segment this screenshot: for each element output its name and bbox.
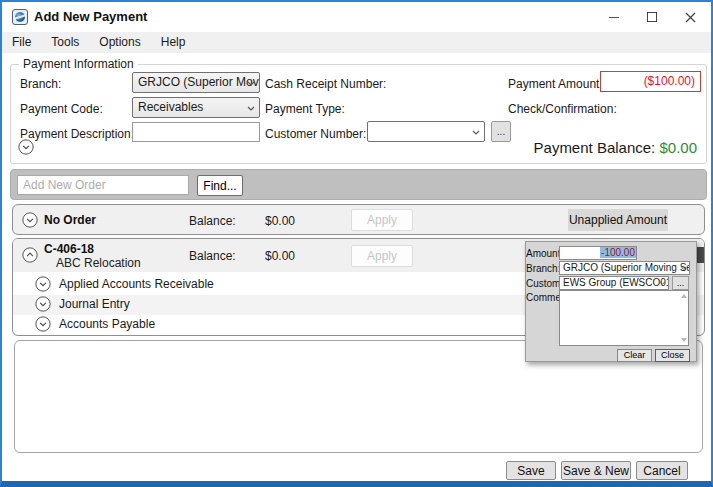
- add-new-order-input[interactable]: [17, 175, 189, 195]
- payment-code-value: Receivables: [138, 100, 203, 114]
- branch-label: Branch:: [526, 263, 558, 274]
- payment-balance: Payment Balance: $0.00: [534, 139, 697, 156]
- maximize-button[interactable]: [633, 2, 671, 32]
- add-new-payment-window: Add New Payment File Tools Options Help …: [0, 0, 713, 487]
- unapplied-amount-button[interactable]: Unapplied Amount: [568, 209, 668, 231]
- no-order-row: No Order Balance: $0.00 Apply Unapplied …: [12, 204, 705, 235]
- section-chevron-down-icon[interactable]: [35, 316, 51, 332]
- amount-selected-value: -100.00: [600, 247, 636, 258]
- branch-combobox[interactable]: GRJCO (Superior Movir: [132, 72, 260, 93]
- order-title: No Order: [44, 213, 96, 227]
- save-button[interactable]: Save: [506, 461, 556, 480]
- close-button[interactable]: [671, 2, 709, 32]
- payment-amount-label: Payment Amount:: [508, 77, 603, 91]
- payment-description-input[interactable]: [132, 122, 260, 142]
- row-expander-chevron-down-icon[interactable]: [22, 212, 38, 228]
- chevron-down-icon: [247, 81, 255, 86]
- section-chevron-down-icon[interactable]: [35, 276, 51, 292]
- customer-value: EWS Group (EWSCO010): [563, 277, 669, 288]
- amount-label: Amount:: [526, 248, 558, 259]
- branch-combobox[interactable]: GRJCO (Superior Moving Services of CO): [559, 261, 690, 275]
- branch-value: GRJCO (Superior Moving Services of CO): [563, 262, 690, 273]
- customer-lookup-button[interactable]: ...: [491, 121, 511, 142]
- chevron-down-icon: [680, 266, 687, 270]
- close-icon: [685, 12, 696, 23]
- scroll-down-icon[interactable]: [681, 338, 687, 342]
- window-controls: [595, 2, 709, 32]
- row-collapse-chevron-up-icon[interactable]: [22, 247, 38, 263]
- menu-options[interactable]: Options: [89, 32, 150, 53]
- balance-value: $0.00: [265, 214, 295, 228]
- amount-entry-popup: Amount: -100.00 Branch: GRJCO (Superior …: [525, 241, 697, 362]
- cancel-button[interactable]: Cancel: [636, 461, 688, 480]
- menu-help[interactable]: Help: [151, 32, 196, 53]
- apply-button[interactable]: Apply: [351, 245, 413, 267]
- customer-combobox[interactable]: EWS Group (EWSCO010): [559, 276, 669, 290]
- payment-type-label: Payment Type:: [265, 102, 345, 116]
- balance-value: $0.00: [265, 249, 295, 263]
- chevron-down-icon: [247, 106, 255, 111]
- window-title: Add New Payment: [34, 2, 147, 32]
- payment-amount-value: ($100.00): [644, 74, 695, 88]
- payment-amount-input[interactable]: ($100.00): [600, 71, 701, 92]
- order-search-toolbar: Find...: [10, 169, 707, 200]
- balance-label: Balance:: [189, 249, 236, 263]
- section-label: Accounts Payable: [59, 317, 155, 331]
- menu-file[interactable]: File: [10, 32, 41, 53]
- order-title: C-406-18: [44, 242, 94, 256]
- payment-description-label: Payment Description:: [20, 127, 134, 141]
- minimize-button[interactable]: [595, 2, 633, 32]
- maximize-icon: [647, 12, 657, 22]
- chevron-down-icon: [659, 281, 666, 285]
- payment-code-label: Payment Code:: [20, 102, 103, 116]
- app-icon: [12, 9, 28, 25]
- comments-textarea[interactable]: [559, 290, 689, 346]
- find-button[interactable]: Find...: [197, 175, 243, 196]
- customer-number-combobox[interactable]: [367, 121, 485, 142]
- balance-label: Balance:: [189, 214, 236, 228]
- section-chevron-down-icon[interactable]: [35, 296, 51, 312]
- menu-bar: File Tools Options Help: [2, 32, 711, 53]
- hidden-button-fragment: [697, 247, 705, 263]
- branch-value: GRJCO (Superior Movir: [138, 75, 260, 89]
- comments-label: Comments:: [526, 292, 558, 303]
- menu-tools[interactable]: Tools: [41, 32, 89, 53]
- group-legend: Payment Information: [19, 57, 138, 71]
- order-subtitle: ABC Relocation: [56, 256, 141, 270]
- payment-balance-label: Payment Balance:: [534, 139, 656, 156]
- section-label: Journal Entry: [59, 297, 130, 311]
- minimize-icon: [609, 17, 619, 18]
- payment-balance-value: $0.00: [659, 139, 697, 156]
- customer-number-label: Customer Number:: [265, 127, 366, 141]
- title-bar: Add New Payment: [2, 2, 711, 32]
- payment-code-combobox[interactable]: Receivables: [132, 97, 260, 118]
- save-and-new-button[interactable]: Save & New: [561, 461, 631, 480]
- clear-button[interactable]: Clear: [617, 349, 652, 362]
- customer-label: Customer:: [526, 278, 558, 289]
- amount-input[interactable]: -100.00: [559, 246, 637, 260]
- close-popup-button[interactable]: Close: [655, 349, 690, 362]
- branch-label: Branch:: [20, 77, 61, 91]
- apply-button[interactable]: Apply: [351, 209, 413, 231]
- scroll-up-icon[interactable]: [681, 294, 687, 298]
- check-confirmation-label: Check/Confirmation:: [508, 102, 617, 116]
- customer-lookup-button[interactable]: ...: [672, 276, 689, 290]
- section-label: Applied Accounts Receivable: [59, 277, 214, 291]
- expander-chevron-down-icon[interactable]: [18, 139, 34, 155]
- cash-receipt-number-label: Cash Receipt Number:: [265, 77, 386, 91]
- chevron-down-icon: [472, 130, 480, 135]
